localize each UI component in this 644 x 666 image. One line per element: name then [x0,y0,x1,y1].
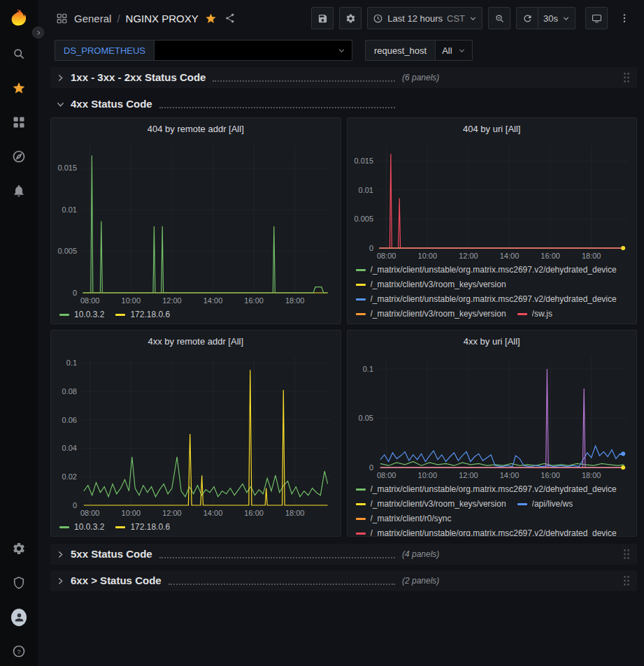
time-range-picker[interactable]: Last 12 hours CST [367,7,482,29]
legend-item[interactable]: /sw.js [517,307,552,321]
y-axis-label: 0.06 [62,416,77,424]
legend-item[interactable]: /_matrix/client/unstable/org.matrix.msc2… [356,263,617,277]
legend-item[interactable]: /_matrix/client/v3/room_keys/version [356,497,506,512]
star-filled-icon [205,13,217,24]
compass-icon [12,150,26,164]
sidebar-item-profile[interactable] [11,609,27,625]
shield-icon [12,576,26,590]
request-host-variable-label: request_host [365,40,435,61]
legend-item[interactable]: /_matrix/client/r0/sync [356,512,452,526]
refresh-interval-picker[interactable]: 30s [538,7,575,29]
x-axis-label: 18:00 [581,471,601,479]
y-axis-label: 0 [73,501,77,509]
dashboard-row-6xx[interactable]: 6xx > Status Code (2 panels) [50,570,637,591]
timeseries-chart[interactable]: 08:0010:0012:0014:0016:0018:0000.050.1 [348,352,637,482]
star-icon [12,81,26,95]
panels-grid: 404 by remote addr [All] 08:0010:0012:00… [50,117,637,537]
drag-handle-icon[interactable] [623,575,630,586]
series-line [83,156,328,294]
legend-item[interactable]: 172.18.0.6 [115,520,170,535]
legend-item[interactable]: /_matrix/client/unstable/org.matrix.msc2… [356,292,617,307]
y-axis-label: 0.05 [358,414,373,422]
sidebar-item-alerting[interactable] [11,183,27,198]
row-panel-count: (2 panels) [402,576,439,586]
legend-item[interactable]: /_matrix/client/v3/room_keys/version [356,307,506,321]
sidebar-expand-button[interactable] [32,27,44,38]
x-axis-label: 14:00 [203,296,223,305]
sidebar-item-explore[interactable] [11,149,27,164]
timeseries-chart[interactable]: 08:0010:0012:0014:0016:0018:0000.020.040… [51,352,341,519]
dotted-leader [169,575,395,585]
datasource-variable-picker[interactable] [154,40,352,61]
dashboard-settings-button[interactable] [339,7,362,29]
question-circle-icon: ? [12,644,26,658]
person-icon [13,611,25,623]
datasource-variable-label: DS_PROMETHEUS [55,40,154,61]
panel-title[interactable]: 4xx by uri [All] [348,331,637,352]
legend-item[interactable]: 172.18.0.6 [115,307,170,322]
datasource-variable: DS_PROMETHEUS [55,40,352,61]
dashboard-row-4xx[interactable]: 4xx Status Code [50,94,637,115]
sidebar-item-search[interactable] [11,46,27,61]
dotted-leader [213,72,395,82]
breadcrumb-folder[interactable]: General [74,13,111,24]
sync-icon [522,13,533,24]
grafana-logo[interactable] [9,8,29,28]
dashboard-row-1xx-3xx-2xx[interactable]: 1xx - 3xx - 2xx Status Code (6 panels) [50,67,637,88]
chart-svg: 08:0010:0012:0014:0016:0018:0000.0050.01… [348,139,637,262]
panel-legend: /_matrix/client/unstable/org.matrix.msc2… [348,482,637,536]
request-host-variable-picker[interactable]: All [435,40,472,61]
cycle-view-mode-button[interactable] [585,7,608,29]
y-axis-label: 0 [368,463,373,472]
legend-item[interactable]: /_matrix/client/v3/room_keys/version [356,277,506,292]
y-axis-label: 0.08 [62,387,77,396]
zoom-out-button[interactable] [488,7,510,29]
timeseries-chart[interactable]: 08:0010:0012:0014:0016:0018:0000.0050.01… [348,139,637,262]
legend-item[interactable]: /api/live/ws [517,497,573,512]
panel-legend: 10.0.3.2172.18.0.6 [51,519,341,536]
legend-item[interactable]: /_matrix/client/unstable/org.matrix.msc2… [356,482,617,497]
y-axis-label: 0.1 [362,365,373,373]
drag-handle-icon[interactable] [623,549,630,560]
sidebar-item-help[interactable]: ? [11,644,27,659]
chart-svg: 08:0010:0012:0014:0016:0018:0000.0050.01… [51,139,341,307]
share-dashboard-button[interactable] [224,13,236,24]
panel-title[interactable]: 404 by uri [All] [348,118,637,139]
series-point-marker [621,451,625,456]
dotted-leader [159,99,395,108]
save-dashboard-button[interactable] [311,7,334,29]
grafana-app: ? General / NGINX PROXY [0,0,644,666]
panel-title[interactable]: 404 by remote addr [All] [51,118,341,139]
favorite-star-button[interactable] [205,13,217,24]
series-point-marker [621,465,625,470]
dashboard-row-5xx[interactable]: 5xx Status Code (4 panels) [50,544,637,565]
legend-item[interactable]: 10.0.3.2 [59,520,104,535]
x-axis-label: 10:00 [417,252,437,260]
more-options-button[interactable] [613,7,636,29]
y-axis-label: 0 [73,289,77,297]
refresh-button[interactable] [516,7,538,29]
sidebar-item-settings[interactable] [11,541,27,556]
x-axis-label: 08:00 [376,252,396,260]
row-title: 6xx > Status Code [71,574,162,588]
legend-label: 172.18.0.6 [130,307,170,322]
panel-404-by-uri: 404 by uri [All] 08:0010:0012:0014:0016:… [347,117,638,324]
sidebar-item-server-admin[interactable] [11,575,27,591]
breadcrumb-dashboard-title[interactable]: NGINX PROXY [126,13,199,24]
legend-label: /_matrix/client/r0/sync [371,512,452,526]
sidebar-item-starred[interactable] [11,80,27,96]
header-actions: Last 12 hours CST [311,7,636,29]
series-point-marker [621,246,625,250]
y-axis-label: 0.1 [66,359,77,367]
legend-label: /_matrix/client/unstable/org.matrix.msc2… [371,482,617,497]
legend-swatch [356,269,366,271]
legend-item[interactable]: 10.0.3.2 [59,307,104,322]
legend-item[interactable]: /_matrix/client/unstable/org.matrix.msc2… [356,526,617,536]
sidebar-item-dashboards[interactable] [11,115,27,130]
drag-handle-icon[interactable] [623,72,630,83]
timeseries-chart[interactable]: 08:0010:0012:0014:0016:0018:0000.0050.01… [51,139,341,307]
legend-swatch [356,313,366,315]
panel-title[interactable]: 4xx by remote addr [All] [51,331,341,352]
time-range-label: Last 12 hours [387,13,443,24]
x-axis-label: 12:00 [162,509,182,517]
